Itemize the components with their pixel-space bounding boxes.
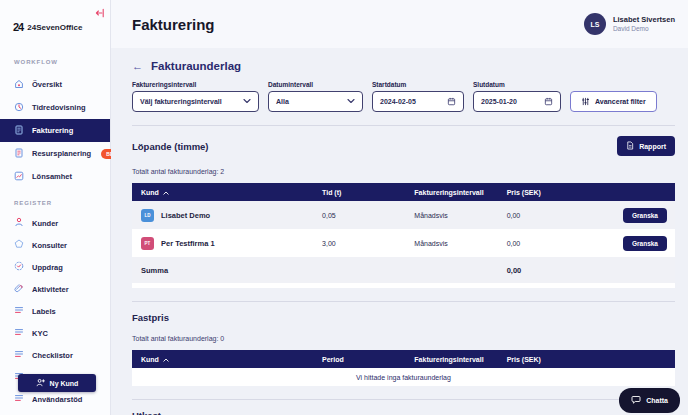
fixed-total-count: Totalt antal fakturaunderlag: 0 [132, 335, 675, 342]
sliders-icon [581, 97, 590, 107]
sidebar-item-konsulter[interactable]: Konsulter [0, 234, 110, 256]
home-icon [14, 79, 24, 91]
list-icon [14, 393, 24, 405]
column-pris: Pris (SEK) [507, 189, 572, 196]
sidebar-item-label: Kunder [32, 219, 58, 228]
empty-table-message: Vi hittade inga fakturaunderlag [132, 368, 675, 386]
sidebar-item-label: Användarstöd [32, 395, 82, 404]
top-bar: Fakturering LS Lisabet Sivertsen David D… [111, 0, 688, 48]
user-menu[interactable]: LS Lisabet Sivertsen David Demo [584, 13, 675, 35]
person-icon [14, 217, 24, 229]
cell-interval: Månadsvis [414, 240, 506, 247]
calendar-icon [447, 97, 456, 107]
customer-name: Lisabet Demo [161, 211, 210, 220]
advanced-filter-label: Avancerat filter [595, 98, 646, 105]
chart-icon [14, 171, 24, 183]
hourly-table-header: Kund Tid (t) Faktureringsintervall Pris … [132, 183, 675, 201]
review-button[interactable]: Granska [623, 236, 667, 251]
sort-by-kund[interactable]: Kund [141, 356, 169, 363]
table-row: LD Lisabet Demo 0,05 Månadsvis 0,00 Gran… [132, 201, 675, 229]
date-interval-value: Alla [276, 98, 289, 105]
fixed-price-table: Kund Period Faktureringsintervall Pris (… [132, 350, 675, 386]
sidebar-item-oversikt[interactable]: Översikt [0, 73, 110, 96]
sidebar-item-aktiviteter[interactable]: Aktiviteter [0, 278, 110, 300]
user-avatar[interactable]: LS [584, 13, 606, 35]
sidebar-item-fakturering[interactable]: Fakturering [0, 119, 110, 142]
sort-asc-icon [163, 356, 169, 363]
sidebar-item-lonsamhet[interactable]: Lönsamhet [0, 165, 110, 188]
person-plus-icon [36, 378, 45, 388]
sidebar-item-label: Lönsamhet [32, 172, 72, 181]
paperclip-icon [14, 283, 24, 295]
collapse-sidebar-icon[interactable] [95, 4, 105, 22]
hourly-section: Löpande (timme) Rapport Totalt antal fak… [132, 136, 675, 288]
end-date-input[interactable]: 2025-01-20 [473, 91, 561, 112]
list-icon [14, 349, 24, 361]
review-button[interactable]: Granska [623, 208, 667, 223]
column-faktureringsintervall: Faktureringsintervall [414, 356, 506, 363]
sidebar-item-kunder[interactable]: Kunder [0, 212, 110, 234]
sidebar-item-resursplanering[interactable]: Resursplanering BETA [0, 142, 110, 165]
cell-price: 0,00 [507, 240, 572, 247]
date-interval-select[interactable]: Alla [268, 91, 363, 112]
sidebar-item-tidredovisning[interactable]: Tidredovisning [0, 96, 110, 119]
fixed-price-section: Fastpris Totalt antal fakturaunderlag: 0… [132, 312, 675, 386]
customer-avatar: PT [141, 237, 154, 250]
column-faktureringsintervall: Faktureringsintervall [414, 189, 506, 196]
sidebar-item-label: Checklistor [32, 351, 73, 360]
app-window: 24 24SevenOffice WORKFLOW Översikt Tidre… [0, 0, 688, 415]
main-panel: Fakturering LS Lisabet Sivertsen David D… [111, 0, 688, 415]
back-arrow-icon[interactable]: ← [132, 61, 143, 72]
summary-price: 0,00 [507, 266, 572, 275]
report-button[interactable]: Rapport [617, 136, 675, 156]
column-kund: Kund [141, 356, 159, 363]
chat-button[interactable]: Chatta [619, 388, 680, 413]
cell-time: 3,00 [322, 240, 414, 247]
new-customer-button[interactable]: Ny Kund [18, 374, 96, 392]
hourly-section-title: Löpande (timme) [132, 141, 209, 152]
fixed-table-header: Kund Period Faktureringsintervall Pris (… [132, 350, 675, 368]
table-row: PT Per Testfirma 1 3,00 Månadsvis 0,00 G… [132, 229, 675, 257]
sidebar-item-uppdrag[interactable]: Uppdrag [0, 256, 110, 278]
column-pris: Pris (SEK) [507, 356, 572, 363]
document-icon [626, 141, 634, 151]
sidebar-item-label: Konsulter [32, 241, 67, 250]
subheader: ← Fakturaunderlag [132, 60, 675, 72]
logo-text: 24SevenOffice [27, 23, 82, 32]
draft-section: Utkast [132, 410, 675, 415]
app-logo: 24 24SevenOffice [0, 0, 110, 33]
column-period: Period [322, 356, 414, 363]
report-button-label: Rapport [639, 143, 666, 150]
customer-avatar: LD [141, 209, 154, 222]
cell-time: 0,05 [322, 212, 414, 219]
chat-button-label: Chatta [646, 397, 668, 404]
invoice-icon [14, 125, 24, 137]
column-tid: Tid (t) [322, 189, 414, 196]
sort-by-kund[interactable]: Kund [141, 189, 169, 196]
fixed-price-section-title: Fastpris [132, 312, 169, 323]
calendar-icon [544, 97, 553, 107]
sidebar-item-label: Resursplanering [32, 149, 91, 158]
start-date-input[interactable]: 2024-02-05 [372, 91, 464, 112]
section-divider [132, 301, 675, 302]
draft-section-title: Utkast [132, 410, 161, 415]
start-date-value: 2024-02-05 [380, 98, 416, 105]
workflow-nav: Översikt Tidredovisning Fakturering Resu… [0, 73, 110, 188]
advanced-filter-button[interactable]: Avancerat filter [570, 91, 657, 112]
sidebar-item-checklistor[interactable]: Checklistor [0, 344, 110, 366]
start-date-field: Startdatum 2024-02-05 [372, 81, 464, 112]
end-date-field: Slutdatum 2025-01-20 [473, 81, 561, 112]
hourly-total-count: Totalt antal fakturaunderlag: 2 [132, 168, 675, 175]
cell-interval: Månadsvis [414, 212, 506, 219]
sort-asc-icon [163, 189, 169, 196]
billing-interval-select[interactable]: Välj faktureringsintervall [132, 91, 259, 112]
sidebar-item-label: KYC [32, 329, 48, 338]
billing-interval-field: Faktureringsintervall Välj faktureringsi… [132, 81, 259, 112]
filter-bar: Faktureringsintervall Välj faktureringsi… [132, 81, 675, 112]
date-interval-field: Datumintervall Alla [268, 81, 363, 112]
user-info: Lisabet Sivertsen David Demo [613, 15, 675, 33]
sidebar-item-labels[interactable]: Labels [0, 300, 110, 322]
sidebar-item-kyc[interactable]: KYC [0, 322, 110, 344]
column-kund: Kund [141, 189, 159, 196]
sidebar-item-label: Aktiviteter [32, 285, 69, 294]
